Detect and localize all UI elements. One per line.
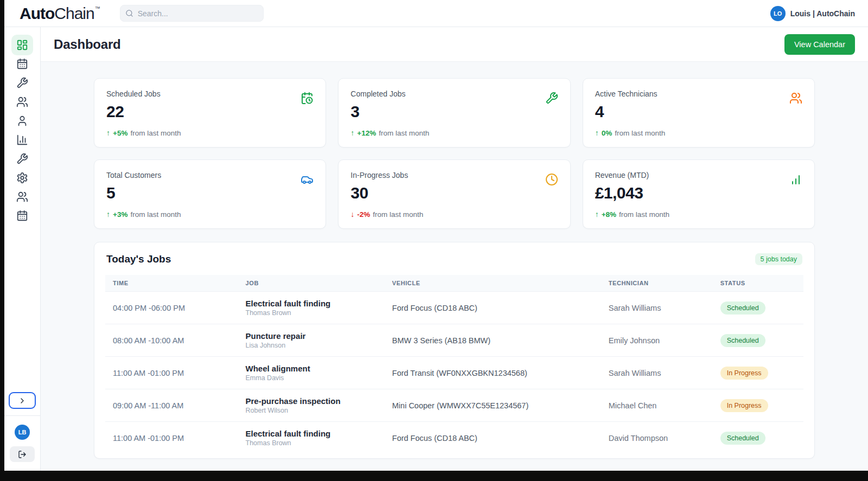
trend-up-icon: ↑ — [106, 129, 110, 137]
page-title: Dashboard — [54, 37, 121, 52]
gear-icon — [16, 172, 28, 184]
search-icon — [125, 9, 133, 17]
trend-caption: from last month — [619, 210, 669, 219]
job-time: 11:00 AM -01:00 PM — [105, 357, 238, 389]
job-technician: David Thompson — [601, 422, 713, 454]
column-header-technician: Technician — [601, 275, 713, 292]
table-row[interactable]: 04:00 PM -06:00 PM Electrical fault find… — [105, 292, 803, 324]
calendar-icon — [16, 210, 28, 222]
job-time: 08:00 AM -10:00 AM — [105, 324, 238, 357]
stat-value: 22 — [106, 102, 314, 121]
job-vehicle: Mini Cooper (WMWXX7C55E1234567) — [385, 389, 601, 422]
window-edge-bottom — [0, 471, 868, 481]
column-header-status: Status — [713, 275, 803, 292]
sidebar-item-technicians[interactable] — [11, 92, 33, 112]
stat-card-revenue: Revenue (MTD) £1,043 ↑ +8% from last mon… — [583, 159, 815, 229]
user-icon — [16, 115, 28, 127]
calendar-clock-icon — [301, 92, 314, 107]
car-icon — [301, 173, 314, 188]
sidebar-bottom: LB — [4, 392, 40, 471]
topbar-user-area[interactable]: LO Louis | AutoChain — [770, 6, 855, 21]
jobs-count-badge: 5 jobs today — [755, 253, 802, 265]
stat-label: Total Customers — [106, 171, 314, 179]
logo-light: Chain — [54, 4, 94, 23]
sidebar-item-tools[interactable] — [11, 149, 33, 169]
bar-chart-icon — [789, 173, 802, 188]
job-customer: Robert Wilson — [246, 407, 377, 414]
sidebar-item-reports[interactable] — [11, 130, 33, 150]
trend-percent: +12% — [357, 129, 376, 137]
stat-card-in-progress-jobs: In-Progress Jobs 30 ↓ -2% from last mont… — [338, 159, 570, 229]
job-title: Puncture repair — [246, 331, 377, 341]
stat-trend: ↑ +8% from last month — [595, 210, 802, 219]
logo-bold: Auto — [20, 4, 54, 23]
dashboard-content: Scheduled Jobs 22 ↑ +5% from last month … — [41, 62, 868, 459]
search-container — [120, 5, 264, 22]
trend-up-icon: ↑ — [595, 129, 599, 137]
sidebar-item-team[interactable] — [11, 187, 33, 207]
layout-grid-icon — [16, 39, 28, 51]
stat-card-active-technicians: Active Technicians 4 ↑ 0% from last mont… — [583, 78, 815, 147]
trend-caption: from last month — [615, 129, 665, 137]
trend-up-icon: ↑ — [595, 210, 599, 219]
clock-icon — [545, 173, 558, 188]
sidebar-item-calendar[interactable] — [11, 54, 33, 74]
stat-value: 30 — [350, 184, 558, 202]
logout-button[interactable] — [10, 446, 35, 462]
trend-caption: from last month — [130, 210, 181, 219]
trend-caption: from last month — [379, 129, 429, 137]
stat-label: Active Technicians — [595, 89, 802, 98]
job-technician: Sarah Williams — [601, 357, 713, 389]
trend-caption: from last month — [130, 129, 181, 137]
sidebar-item-dashboard[interactable] — [11, 35, 33, 55]
stat-value: 5 — [106, 184, 314, 202]
user-avatar[interactable]: LO — [770, 6, 786, 21]
stat-card-scheduled-jobs: Scheduled Jobs 22 ↑ +5% from last month — [94, 78, 326, 147]
job-technician: Sarah Williams — [601, 292, 713, 324]
logo: AutoChain™ — [20, 4, 100, 23]
job-title: Electrical fault finding — [246, 429, 377, 438]
sidebar-user-avatar[interactable]: LB — [15, 425, 30, 440]
stat-value: 3 — [350, 102, 558, 121]
stat-card-completed-jobs: Completed Jobs 3 ↑ +12% from last month — [338, 78, 570, 147]
stat-label: Scheduled Jobs — [106, 89, 314, 98]
jobs-table: Time Job Vehicle Technician Status 04:00… — [105, 275, 803, 454]
stat-trend: ↑ +12% from last month — [350, 129, 558, 137]
job-vehicle: Ford Transit (WF0NXXGBKN1234568) — [385, 357, 601, 389]
trend-percent: +3% — [113, 210, 127, 219]
page-header: Dashboard View Calendar — [41, 27, 868, 62]
trend-caption: from last month — [373, 210, 423, 219]
stat-value: 4 — [595, 102, 802, 121]
table-row[interactable]: 11:00 AM -01:00 PM Electrical fault find… — [105, 422, 803, 454]
wrench-icon — [16, 77, 28, 89]
sidebar-item-settings[interactable] — [11, 168, 33, 188]
users-icon — [16, 191, 28, 203]
table-row[interactable]: 08:00 AM -10:00 AM Puncture repairLisa J… — [105, 324, 803, 357]
stat-cards-grid: Scheduled Jobs 22 ↑ +5% from last month … — [94, 78, 815, 229]
search-input[interactable] — [120, 5, 264, 22]
table-row[interactable]: 09:00 AM -11:00 AM Pre-purchase inspecti… — [105, 389, 803, 422]
user-name: Louis | AutoChain — [790, 9, 855, 18]
job-time: 11:00 AM -01:00 PM — [105, 422, 238, 454]
app-window: AutoChain™ LO Louis | AutoChain LB — [4, 0, 868, 471]
todays-jobs-panel: Today's Jobs 5 jobs today Time Job Vehic… — [94, 242, 815, 459]
job-customer: Emma Davis — [246, 374, 377, 382]
trend-percent: +8% — [602, 210, 616, 219]
topbar: AutoChain™ LO Louis | AutoChain — [4, 0, 868, 27]
status-badge: Scheduled — [720, 334, 765, 347]
chevron-right-icon — [18, 396, 27, 405]
sidebar-item-jobs[interactable] — [11, 73, 33, 93]
sidebar-item-customers[interactable] — [11, 111, 33, 131]
sidebar-item-schedule[interactable] — [11, 206, 33, 226]
calendar-icon — [16, 58, 28, 70]
table-row[interactable]: 11:00 AM -01:00 PM Wheel alignmentEmma D… — [105, 357, 803, 389]
stat-label: Completed Jobs — [350, 89, 558, 98]
view-calendar-button[interactable]: View Calendar — [784, 34, 855, 55]
column-header-time: Time — [105, 275, 238, 292]
sidebar-expand-button[interactable] — [9, 392, 36, 409]
sidebar-nav — [11, 35, 33, 225]
status-badge: Scheduled — [720, 302, 765, 315]
main-content: Dashboard View Calendar Scheduled Jobs 2… — [41, 27, 868, 471]
jobs-panel-header: Today's Jobs 5 jobs today — [105, 253, 803, 265]
trend-percent: -2% — [357, 210, 370, 219]
